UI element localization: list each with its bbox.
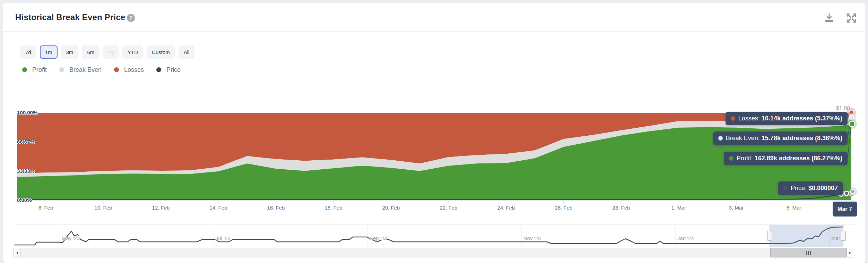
range-button-3m[interactable]: 3m [61,45,79,59]
navigator-month-label: May '23 [62,235,80,241]
help-icon[interactable]: ? [127,14,135,22]
tooltip-dot-icon [718,136,723,141]
range-button-all[interactable]: All [179,45,195,59]
x-axis-label: 18. Feb [325,205,342,211]
navigator-right-handle[interactable] [841,231,846,241]
x-axis-label: 22. Feb [440,205,458,211]
x-axis-label: 28. Feb [613,205,630,211]
scrollbar-left-arrow[interactable]: ◂ [13,248,21,257]
historical-break-even-price-widget: Historical Break Even Price ? 7d1m3m6m1y… [0,0,868,263]
legend-dot-icon [114,67,119,72]
navigator-month-label: Jan '24 [677,235,694,241]
profit-tooltip: Profit: 162.89k addresses (86.27%%) [724,152,848,165]
download-icon[interactable] [824,12,835,24]
header-divider [3,31,865,32]
range-button-6m[interactable]: 6m [82,45,99,59]
x-axis-label: 16. Feb [267,205,285,211]
navigator-month-label: Nov '23 [523,235,541,241]
tooltip-dot-icon [783,186,788,190]
navigator-selected-range[interactable] [770,225,843,247]
x-axis-label: 14. Feb [210,205,227,211]
x-axis-label: 5. Mar [787,205,801,211]
range-button-7d[interactable]: 7d [20,45,36,59]
scrollbar-grip-icon [806,251,811,255]
legend-item-losses[interactable]: Losses [114,66,144,74]
navigator-month-label: Sep '23 [370,235,387,241]
expand-icon[interactable] [846,12,857,24]
legend-item-price[interactable]: Price [156,66,181,74]
x-axis-label: 10. Feb [95,205,112,211]
losses-tooltip: Losses: 10.14k addresses (5.37%%) [726,112,848,125]
range-button-custom[interactable]: Custom [147,45,175,59]
scrollbar-right-arrow[interactable]: ▸ [847,248,854,257]
legend-dot-icon [22,67,27,72]
range-button-1m[interactable]: 1m [40,45,58,59]
y-axis-label: 66.67% [17,139,35,145]
y-axis-label: 100.00% [17,110,37,116]
breakeven-tooltip: Break Even: 15.78k addresses (8.36%%) [713,132,848,145]
legend-dot-icon [59,67,64,72]
x-axis-label: 12. Feb [152,205,170,211]
x-axis-label: 24. Feb [497,205,515,211]
x-axis-label: 3. Mar [729,205,744,211]
x-axis-label: 1. Mar [671,205,686,211]
price-tooltip: Price: $0.000007 [778,181,843,195]
scrollbar-thumb[interactable] [770,248,847,257]
x-axis-label: 8. Feb [38,205,53,211]
x-axis-label: 26. Feb [555,205,573,211]
navigator-left-handle[interactable] [767,231,772,241]
crosshair-date-label: Mar 7 [833,202,857,217]
scrollbar-track[interactable] [21,248,847,257]
range-button-1y: 1y [103,45,119,59]
y-axis-label: 33.33% [17,168,35,174]
tooltip-dot-icon [729,156,734,161]
y-axis-label: 0.00% [17,197,32,203]
range-button-ytd[interactable]: YTD [122,45,143,59]
legend-item-profit[interactable]: Profit [22,66,47,74]
legend-dot-icon [156,67,161,72]
chart-legend: ProfitBreak EvenLossesPrice [22,65,181,75]
range-selector: 7d1m3m6m1yYTDCustomAll [20,45,194,59]
navigator-month-label: Jul '23 [216,235,231,241]
page-title: Historical Break Even Price [15,12,125,22]
tooltip-dot-icon [731,116,735,121]
legend-item-break-even[interactable]: Break Even [59,66,102,74]
x-axis-label: 20. Feb [382,205,400,211]
